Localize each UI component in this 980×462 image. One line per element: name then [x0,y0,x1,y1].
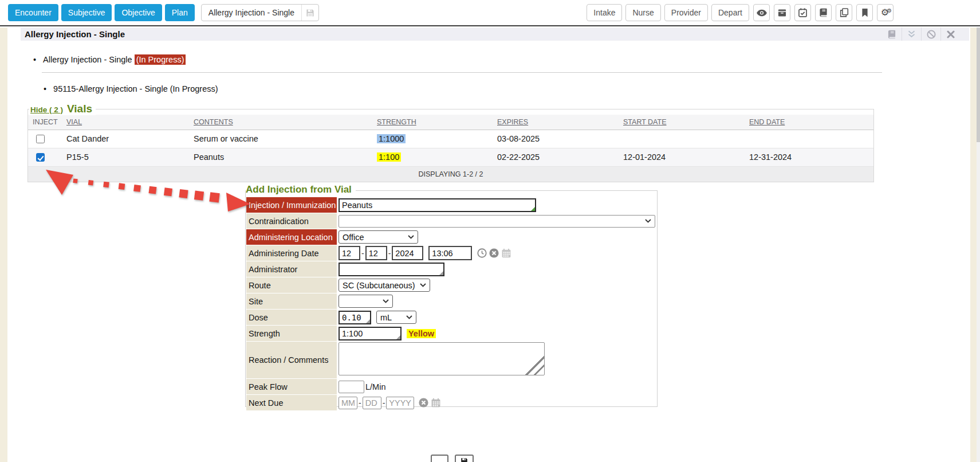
vertical-scrollbar[interactable] [977,28,980,462]
bottom-action-button[interactable] [431,455,448,462]
cell-strength: 1:1000 [372,130,493,148]
collapse-icon[interactable] [902,28,921,41]
inject-checkbox[interactable] [36,135,45,143]
dose-input[interactable] [339,311,371,324]
note-subitem: •95115-Allergy Injection - Single (In Pr… [44,84,218,93]
vials-legend-title: Vials [67,103,92,115]
plan-button[interactable]: Plan [165,4,195,21]
reaction-label: Reaction / Comments [246,342,337,378]
form-row-peak-flow: Peak Flow L/Min [246,379,656,394]
add-injection-fieldset: Add Injection from Vial Injection / Immu… [245,190,658,407]
injection-label: Injection / Immunization [246,197,337,213]
bookmark-icon[interactable] [856,4,873,21]
calendar-icon[interactable] [431,398,441,408]
col-start-date[interactable]: START DATE [619,115,745,130]
document-title-box: Allergy Injection - Single [201,4,319,21]
col-contents[interactable]: CONTENTS [189,115,372,130]
document-title: Allergy Injection - Single [202,8,301,17]
peak-flow-input[interactable] [339,381,364,393]
save-icon[interactable] [301,4,318,21]
status-badge: (In Progress) [135,54,186,65]
toolbar-right-group: Intake Nurse Provider Depart [583,4,894,21]
administrator-input[interactable] [339,263,444,276]
nurse-button[interactable]: Nurse [625,4,660,21]
table-row: Cat Dander Serum or vaccine 1:1000 03-08… [28,130,873,148]
location-select[interactable]: Office [339,230,418,244]
clear-icon[interactable] [419,398,428,408]
chevron-down-icon [420,283,426,287]
injection-input[interactable] [339,198,536,212]
date-day-input[interactable] [365,246,387,260]
next-due-month-input[interactable] [339,397,357,409]
date-year-input[interactable] [392,246,423,260]
vials-table: INJECT VIAL CONTENTS STRENGTH EXPIRES ST… [28,115,873,167]
chevron-down-icon [645,219,651,223]
col-expires[interactable]: EXPIRES [493,115,619,130]
gears-icon[interactable]: ⚙⚙ [877,4,894,21]
col-vial[interactable]: VIAL [62,115,189,130]
strength-highlight: 1:1000 [377,134,406,143]
dose-unit-select[interactable]: mL [376,311,416,324]
provider-button[interactable]: Provider [664,4,708,21]
calendar-icon[interactable] [501,248,511,258]
next-due-day-input[interactable] [363,397,381,409]
site-select[interactable] [339,295,393,308]
note-item-label: Allergy Injection - Single [43,55,132,64]
calendar-check-icon[interactable] [794,4,811,21]
close-icon[interactable] [940,28,960,41]
eye-icon[interactable] [753,4,770,21]
chevron-down-icon [406,315,412,319]
copy-icon[interactable] [836,4,852,21]
bullet-marker: • [44,84,46,93]
archive-icon[interactable] [774,4,790,21]
book-icon[interactable] [815,4,832,21]
clock-icon[interactable] [477,248,487,258]
col-strength[interactable]: STRENGTH [372,115,493,130]
col-inject: INJECT [28,115,62,130]
block-icon[interactable] [921,28,940,41]
subjective-button[interactable]: Subjective [61,4,112,21]
peak-flow-unit: L/Min [365,382,385,391]
cell-start-date: 12-01-2024 [619,148,745,166]
date-time-input[interactable] [428,246,472,260]
depart-button[interactable]: Depart [711,4,749,21]
intake-button[interactable]: Intake [587,4,622,21]
cell-vial: Cat Dander [62,130,189,148]
form-row-reaction: Reaction / Comments [246,342,656,378]
form-row-next-due: Next Due - - [246,395,656,410]
panel-title-bar: Allergy Injection - Single [21,28,969,41]
contraindication-label: Contraindication [246,213,337,229]
route-label: Route [246,277,337,293]
strength-input[interactable] [339,327,402,340]
col-end-date[interactable]: END DATE [745,115,873,130]
date-month-input[interactable] [339,246,360,260]
form-row-site: Site [246,293,656,309]
top-toolbar: Encounter Subjective Objective Plan Alle… [0,0,980,26]
note-item-in-progress: •Allergy Injection - Single (In Progress… [33,55,186,64]
date-separator: - [388,249,391,258]
chevron-down-icon [408,235,414,239]
next-due-year-input[interactable] [386,397,414,409]
next-due-label: Next Due [246,395,337,410]
bottom-save-button[interactable] [455,455,474,462]
administrator-label: Administrator [246,261,337,277]
panel-actions [882,28,960,41]
table-paging-status: DISPLAYING 1-2 / 2 [28,167,873,182]
encounter-button[interactable]: Encounter [8,4,58,21]
right-margin-strip [970,28,977,462]
left-margin-strip [0,28,7,462]
cell-strength: 1:100 [372,148,493,166]
book-icon[interactable] [882,28,902,41]
clear-icon[interactable] [489,248,499,258]
inject-checkbox[interactable] [36,153,45,162]
contraindication-select[interactable] [339,215,655,228]
peak-flow-label: Peak Flow [246,379,337,394]
reaction-comments-textarea[interactable] [339,342,545,375]
form-row-administrator: Administrator [246,261,656,277]
route-select[interactable]: SC (Subcutaneous) [339,279,430,292]
scrollbar-thumb[interactable] [977,28,980,142]
form-row-dose: Dose mL [246,310,656,325]
date-separator: - [383,398,385,408]
hide-vials-link[interactable]: Hide ( 2 ) [30,105,63,114]
objective-button[interactable]: Objective [115,4,162,21]
